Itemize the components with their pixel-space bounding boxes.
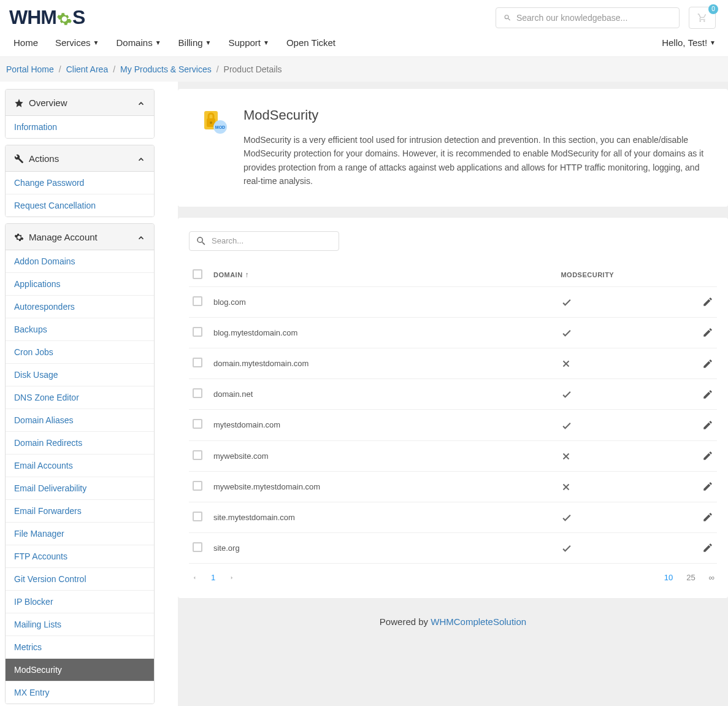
logo[interactable]: WHMS (9, 6, 85, 29)
edit-icon[interactable] (702, 297, 713, 306)
edit-icon[interactable] (702, 328, 713, 337)
domain-cell: blog.com (210, 286, 557, 317)
breadcrumb-link[interactable]: Portal Home (6, 64, 54, 74)
check-icon (561, 388, 573, 400)
col-modsecurity[interactable]: MODSECURITY (557, 263, 696, 287)
sidebar-item-domain-redirects[interactable]: Domain Redirects (6, 432, 154, 455)
sidebar: OverviewInformationActionsChange Passwor… (0, 82, 159, 706)
knowledgebase-search[interactable] (496, 7, 680, 28)
sidebar-item-applications[interactable]: Applications (6, 273, 154, 296)
panel-header[interactable]: Actions (6, 145, 154, 172)
nav-item-support[interactable]: Support ▼ (228, 37, 269, 48)
row-checkbox[interactable] (193, 542, 202, 552)
pagination: 1 1025∞ (189, 564, 717, 585)
col-domain[interactable]: DOMAIN↑ (210, 263, 557, 287)
edit-icon[interactable] (702, 512, 713, 521)
sidebar-item-dns-zone-editor[interactable]: DNS Zone Editor (6, 386, 154, 409)
star-icon (14, 97, 24, 108)
domain-cell: domain.mytestdomain.com (210, 348, 557, 379)
row-checkbox[interactable] (193, 327, 202, 337)
sidebar-item-email-deliverability[interactable]: Email Deliverability (6, 477, 154, 500)
sidebar-item-change-password[interactable]: Change Password (6, 172, 154, 194)
table-row: blog.mytestdomain.com (189, 317, 717, 348)
sidebar-panel-actions: ActionsChange PasswordRequest Cancellati… (5, 145, 155, 217)
sidebar-item-mx-entry[interactable]: MX Entry (6, 681, 154, 704)
nav-item-home[interactable]: Home (13, 37, 38, 48)
page-size-option[interactable]: ∞ (709, 573, 715, 582)
row-checkbox[interactable] (193, 512, 202, 521)
domain-cell: mywebsite.com (210, 440, 557, 471)
page-next[interactable] (229, 572, 235, 582)
sidebar-item-autoresponders[interactable]: Autoresponders (6, 296, 154, 318)
knowledgebase-search-input[interactable] (516, 13, 672, 23)
select-all-checkbox[interactable] (193, 269, 202, 279)
sidebar-item-request-cancellation[interactable]: Request Cancellation (6, 194, 154, 217)
nav-item-billing[interactable]: Billing ▼ (178, 37, 212, 48)
nav-item-domains[interactable]: Domains ▼ (116, 37, 161, 48)
sidebar-item-cron-jobs[interactable]: Cron Jobs (6, 341, 154, 364)
sidebar-item-ftp-accounts[interactable]: FTP Accounts (6, 545, 154, 568)
page-prev[interactable] (191, 572, 197, 582)
sidebar-item-information[interactable]: Information (6, 116, 154, 138)
sidebar-item-metrics[interactable]: Metrics (6, 636, 154, 659)
sidebar-item-modsecurity[interactable]: ModSecurity (6, 659, 154, 681)
edit-icon[interactable] (702, 389, 713, 398)
check-icon (561, 542, 573, 554)
row-checkbox[interactable] (193, 450, 202, 460)
logo-gear-icon (56, 6, 72, 29)
page-title: ModSecurity (243, 107, 707, 123)
panel-header[interactable]: Overview (6, 90, 154, 116)
sidebar-item-domain-aliases[interactable]: Domain Aliases (6, 409, 154, 432)
domain-cell: blog.mytestdomain.com (210, 317, 557, 348)
caret-down-icon: ▼ (155, 39, 161, 46)
sidebar-item-email-accounts[interactable]: Email Accounts (6, 455, 154, 477)
chevron-up-icon (137, 232, 145, 242)
page-size-option[interactable]: 10 (664, 573, 673, 582)
cart-button[interactable]: 0 (689, 7, 716, 29)
table-row: mytestdomain.com (189, 410, 717, 440)
chevron-up-icon (137, 98, 145, 108)
breadcrumb-link[interactable]: My Products & Services (120, 64, 212, 74)
edit-icon[interactable] (702, 358, 713, 367)
edit-icon[interactable] (702, 543, 713, 552)
sidebar-item-ip-blocker[interactable]: IP Blocker (6, 591, 154, 613)
sidebar-item-git-version-control[interactable]: Git Version Control (6, 568, 154, 591)
row-checkbox[interactable] (193, 481, 202, 491)
edit-icon[interactable] (702, 451, 713, 460)
row-checkbox[interactable] (193, 419, 202, 429)
table-search[interactable] (189, 231, 339, 251)
nav-item-services[interactable]: Services ▼ (55, 37, 99, 48)
nav-item-open-ticket[interactable]: Open Ticket (286, 37, 335, 48)
breadcrumb-link[interactable]: Client Area (66, 64, 108, 74)
breadcrumb-current: Product Details (224, 64, 282, 74)
close-icon (561, 450, 572, 462)
row-checkbox[interactable] (193, 358, 202, 367)
edit-icon[interactable] (702, 482, 713, 491)
footer-brand-link[interactable]: WHMCompleteSolution (431, 616, 526, 627)
search-icon (504, 13, 512, 22)
domain-cell: site.org (210, 532, 557, 563)
sidebar-item-backups[interactable]: Backups (6, 318, 154, 341)
sidebar-item-addon-domains[interactable]: Addon Domains (6, 250, 154, 273)
table-search-input[interactable] (212, 236, 315, 245)
svg-point-2 (210, 121, 212, 124)
edit-icon[interactable] (702, 420, 713, 429)
sidebar-item-disk-usage[interactable]: Disk Usage (6, 364, 154, 386)
page-size-option[interactable]: 25 (686, 573, 695, 582)
row-checkbox[interactable] (193, 296, 202, 306)
sidebar-item-file-manager[interactable]: File Manager (6, 523, 154, 545)
table-row: site.org (189, 532, 717, 563)
check-icon (561, 296, 573, 308)
sidebar-item-mailing-lists[interactable]: Mailing Lists (6, 613, 154, 636)
domain-cell: mywebsite.mytestdomain.com (210, 471, 557, 502)
table-row: site.mytestdomain.com (189, 502, 717, 532)
user-menu[interactable]: Hello, Test! ▼ (662, 37, 716, 48)
powered-by-text: Powered by (380, 616, 431, 627)
primary-nav: HomeServices ▼Domains ▼Billing ▼Support … (0, 29, 728, 57)
sidebar-item-email-forwarders[interactable]: Email Forwarders (6, 500, 154, 523)
check-icon (561, 511, 573, 523)
row-checkbox[interactable] (193, 388, 202, 398)
panel-header[interactable]: Manage Account (6, 224, 154, 250)
panel-title: Overview (29, 98, 67, 108)
domain-cell: domain.net (210, 379, 557, 410)
